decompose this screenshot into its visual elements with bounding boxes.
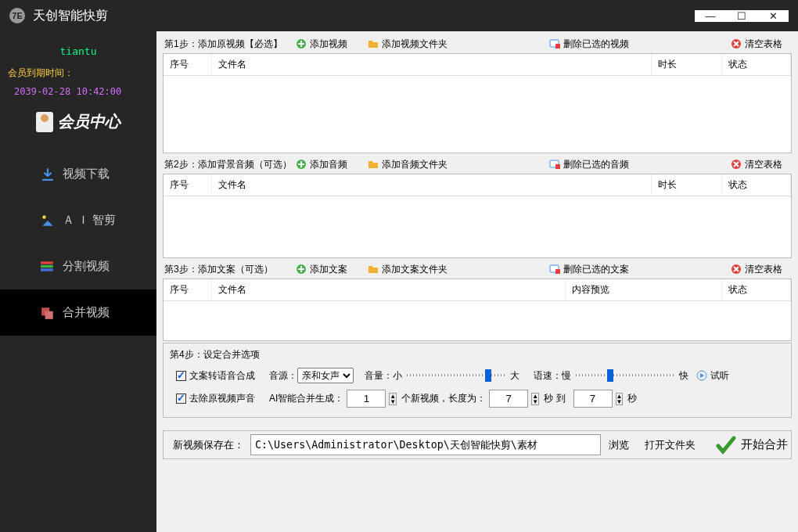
- step1-title: 第1步：添加原视频【必选】: [164, 38, 296, 51]
- btn-label: 添加音频: [310, 158, 347, 171]
- sidebar: tiantu 会员到期时间： 2039-02-28 10:42:00 会员中心 …: [0, 31, 156, 532]
- btn-label: 添加文案文件夹: [382, 263, 448, 276]
- tts-label: 文案转语音合成: [189, 369, 255, 383]
- clear-table1-button[interactable]: 清空表格: [731, 38, 782, 51]
- delete-icon: [549, 264, 560, 275]
- clear-icon: [731, 38, 742, 49]
- add-audio-folder-button[interactable]: 添加音频文件夹: [368, 158, 448, 171]
- volume-label: 音量：: [365, 369, 393, 383]
- voice-select[interactable]: 亲和女声: [297, 368, 354, 383]
- volume-slider[interactable]: [407, 369, 505, 382]
- btn-label: 删除已选的文案: [563, 263, 629, 276]
- svg-rect-3: [41, 268, 53, 271]
- ai-scissors-icon: [41, 214, 55, 228]
- col-duration: 时长: [652, 174, 722, 196]
- nav-ai-cut[interactable]: Ａ Ｉ 智剪: [0, 197, 156, 243]
- nav-item-label: 合并视频: [63, 305, 110, 320]
- btn-label: 清空表格: [745, 38, 782, 51]
- remove-orig-label: 去除原视频声音: [189, 392, 255, 405]
- length-from-input[interactable]: [489, 390, 528, 408]
- avatar-icon: [36, 112, 53, 132]
- btn-label: 清空表格: [745, 158, 782, 171]
- col-index: 序号: [164, 174, 212, 196]
- start-merge-button[interactable]: 开始合并: [716, 435, 788, 455]
- col-status: 状态: [722, 174, 791, 196]
- col-index: 序号: [164, 279, 212, 300]
- speed-slider[interactable]: [576, 369, 674, 382]
- output-path-row: 新视频保存在： 浏览 打开文件夹 开始合并: [163, 430, 792, 459]
- step3-toolbar: 第3步：添加文案（可选） 添加文案 添加文案文件夹 删除已选的文案 清空表格: [163, 260, 792, 279]
- svg-rect-1: [41, 261, 53, 264]
- expire-time: 2039-02-28 10:42:00: [0, 80, 156, 108]
- expire-label: 会员到期时间：: [0, 66, 156, 80]
- audio-table[interactable]: 序号 文件名 时长 状态: [163, 174, 792, 258]
- col-preview: 内容预览: [566, 279, 722, 300]
- video-count-input[interactable]: [347, 390, 386, 408]
- btn-label: 删除已选的音频: [563, 158, 629, 171]
- col-status: 状态: [722, 54, 791, 75]
- main-panel: 第1步：添加原视频【必选】 添加视频 添加视频文件夹 删除已选的视频 清空表格 …: [156, 31, 798, 532]
- text-table[interactable]: 序号 文件名 内容预览 状态: [163, 279, 792, 341]
- close-button[interactable]: ✕: [757, 10, 789, 22]
- nav-item-label: Ａ Ｉ 智剪: [63, 213, 116, 228]
- merge-icon: [41, 306, 55, 320]
- col-duration: 时长: [652, 54, 722, 75]
- member-center-button[interactable]: 会员中心: [0, 108, 156, 151]
- minimize-button[interactable]: —: [695, 10, 726, 22]
- clear-icon: [731, 264, 742, 275]
- speed-label: 语速：: [534, 369, 562, 383]
- app-logo-icon: 7E: [9, 8, 25, 23]
- play-icon: [696, 370, 707, 381]
- nav-split-video[interactable]: 分割视频: [0, 243, 156, 289]
- save-label: 新视频保存在：: [167, 438, 250, 452]
- step1-toolbar: 第1步：添加原视频【必选】 添加视频 添加视频文件夹 删除已选的视频 清空表格: [163, 34, 792, 53]
- delete-selected-text-button[interactable]: 删除已选的文案: [549, 263, 629, 276]
- step2-title: 第2步：添加背景音频（可选）: [164, 158, 296, 171]
- clear-table2-button[interactable]: 清空表格: [731, 158, 782, 171]
- col-status: 状态: [722, 279, 791, 300]
- add-icon: [296, 38, 307, 49]
- svg-rect-5: [45, 311, 53, 318]
- delete-icon: [549, 38, 560, 49]
- svg-rect-2: [41, 264, 53, 267]
- step3-title: 第3步：添加文案（可选）: [164, 263, 296, 276]
- video-table[interactable]: 序号 文件名 时长 状态: [163, 53, 792, 153]
- start-label: 开始合并: [741, 437, 788, 452]
- svg-rect-16: [555, 269, 560, 274]
- browse-button[interactable]: 浏览: [601, 438, 637, 452]
- btn-label: 添加音频文件夹: [382, 158, 448, 171]
- clear-icon: [731, 159, 742, 170]
- nav-video-download[interactable]: 视频下载: [0, 151, 156, 197]
- member-center-label: 会员中心: [58, 111, 120, 132]
- col-filename: 文件名: [212, 279, 566, 300]
- add-text-button[interactable]: 添加文案: [296, 263, 347, 276]
- col-filename: 文件名: [212, 174, 652, 196]
- add-video-folder-button[interactable]: 添加视频文件夹: [368, 38, 448, 51]
- tts-checkbox[interactable]: [176, 371, 186, 381]
- preview-audio-button[interactable]: 试听: [696, 369, 729, 383]
- maximize-button[interactable]: ☐: [726, 10, 757, 22]
- clear-table3-button[interactable]: 清空表格: [731, 263, 782, 276]
- folder-icon: [368, 264, 379, 275]
- open-folder-button[interactable]: 打开文件夹: [637, 438, 703, 452]
- add-audio-button[interactable]: 添加音频: [296, 158, 347, 171]
- length-to-input[interactable]: [573, 390, 613, 408]
- add-icon: [296, 159, 307, 170]
- voice-label: 音源：: [269, 369, 297, 383]
- step4-panel: 第4步：设定合并选项 文案转语音合成 音源： 亲和女声 音量： 小 大 语速： …: [163, 343, 792, 418]
- username: tiantu: [0, 31, 156, 66]
- step4-title: 第4步：设定合并选项: [170, 348, 785, 361]
- delete-icon: [549, 159, 560, 170]
- add-text-folder-button[interactable]: 添加文案文件夹: [368, 263, 448, 276]
- col-index: 序号: [164, 54, 212, 75]
- delete-selected-audio-button[interactable]: 删除已选的音频: [549, 158, 629, 171]
- download-icon: [41, 167, 55, 182]
- add-video-button[interactable]: 添加视频: [296, 38, 347, 51]
- save-path-input[interactable]: [250, 434, 601, 455]
- folder-icon: [368, 38, 379, 49]
- delete-selected-video-button[interactable]: 删除已选的视频: [549, 38, 629, 51]
- remove-orig-audio-checkbox[interactable]: [176, 394, 186, 404]
- count-down[interactable]: ▼: [390, 399, 396, 404]
- btn-label: 删除已选的视频: [563, 38, 629, 51]
- nav-merge-video[interactable]: 合并视频: [0, 289, 156, 336]
